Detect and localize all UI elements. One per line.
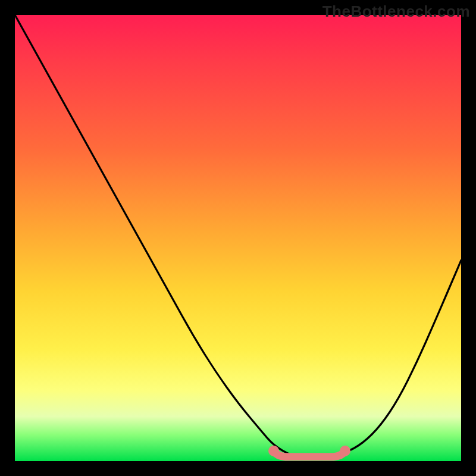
- optimal-region-start-dot: [268, 446, 279, 456]
- chart-stage: TheBottleneck.com: [0, 0, 476, 476]
- watermark-text: TheBottleneck.com: [322, 2, 470, 21]
- optimal-region-end-dot: [340, 446, 350, 456]
- curve-layer: [15, 15, 461, 461]
- plot-area: [15, 15, 461, 461]
- bottleneck-curve: [15, 15, 461, 459]
